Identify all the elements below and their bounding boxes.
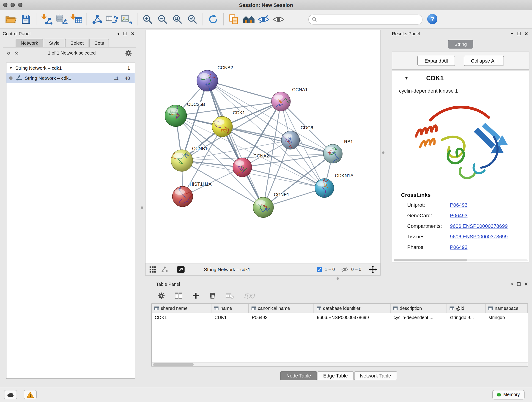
warnings-button[interactable] — [24, 390, 37, 399]
network-node-ccna1[interactable] — [272, 92, 292, 111]
panel-float-icon[interactable]: ▾ — [511, 32, 513, 36]
panel-maximize-icon[interactable] — [517, 282, 520, 286]
network-node-rb1[interactable] — [323, 144, 342, 164]
hide-selected-button[interactable] — [256, 12, 271, 27]
column-header--id[interactable]: @id — [447, 304, 486, 313]
zoom-fit-button[interactable] — [170, 12, 185, 27]
open-session-button[interactable] — [3, 12, 18, 27]
table-cell[interactable]: stringdb — [486, 313, 528, 322]
network-node-ccnb1[interactable] — [171, 150, 193, 172]
gear-icon[interactable] — [125, 49, 133, 57]
tab-style[interactable]: Style — [44, 39, 65, 47]
zoom-out-button[interactable] — [155, 12, 170, 27]
left-splitter-handle[interactable] — [141, 206, 143, 209]
first-neighbors-button[interactable] — [241, 12, 256, 27]
tab-select[interactable]: Select — [65, 39, 89, 47]
right-splitter-handle[interactable] — [382, 152, 385, 154]
save-icon — [21, 14, 31, 24]
network-node-ccne1[interactable] — [253, 197, 273, 217]
main-toolbar: ? — [0, 10, 532, 29]
collection-expand-icon[interactable]: ▼ — [6, 66, 15, 70]
network-overview-button[interactable] — [161, 266, 168, 273]
network-node-cdc6[interactable] — [281, 131, 300, 149]
export-network-button[interactable] — [177, 265, 185, 274]
birds-eye-view-button[interactable] — [149, 266, 157, 273]
bottom-splitter-handle[interactable] — [336, 277, 339, 280]
new-network-from-table-button[interactable] — [104, 12, 119, 27]
table-row[interactable]: CDK1CDK1P064939606.ENSP00000378699cyclin… — [152, 313, 528, 322]
table-cell[interactable]: 9606.ENSP00000378699 — [314, 313, 391, 322]
collapse-all-button[interactable]: Collapse All — [464, 56, 504, 65]
cloud-status-button[interactable] — [4, 390, 17, 399]
crosslink-link[interactable]: P06493 — [450, 242, 468, 252]
network-node-cdkn1a[interactable] — [315, 179, 334, 199]
column-header-name[interactable]: name — [211, 304, 249, 313]
import-table-button[interactable] — [69, 12, 84, 27]
crosslink-link[interactable]: P06493 — [450, 210, 468, 221]
search-input[interactable] — [317, 15, 422, 24]
table-cell[interactable]: stringdb:9... — [447, 313, 486, 322]
expand-all-button[interactable]: Expand All — [418, 56, 455, 65]
column-type-icon — [214, 306, 218, 310]
tab-network-table[interactable]: Network Table — [354, 371, 397, 380]
save-session-button[interactable] — [18, 12, 33, 27]
table-cell[interactable]: P06493 — [249, 313, 314, 322]
panel-float-icon[interactable]: ▾ — [117, 32, 119, 36]
toolbar-separator — [137, 13, 137, 26]
show-all-button[interactable] — [271, 12, 286, 27]
memory-button[interactable]: Memory — [492, 390, 525, 399]
move-crosshair-icon[interactable] — [369, 265, 377, 274]
column-header-canonical-name[interactable]: canonical name — [249, 304, 314, 313]
apply-layout-button[interactable] — [206, 12, 220, 27]
string-results-tab[interactable]: String — [448, 40, 473, 49]
delete-table-button[interactable] — [225, 292, 234, 300]
crosslink-link[interactable]: 9606.ENSP00000378699 — [450, 221, 508, 231]
column-header-shared-name[interactable]: shared name — [152, 304, 211, 313]
tab-sets[interactable]: Sets — [89, 39, 109, 47]
import-network-file-button[interactable] — [39, 12, 54, 27]
expand-all-icon[interactable] — [14, 51, 19, 56]
zoom-selected-button[interactable] — [185, 12, 200, 27]
table-cell[interactable]: CDK1 — [152, 313, 211, 322]
network-node-ccnb2[interactable] — [197, 70, 218, 95]
tab-edge-table[interactable]: Edge Table — [317, 371, 354, 380]
new-network-button[interactable] — [89, 12, 104, 27]
delete-column-button[interactable] — [209, 292, 216, 300]
card-collapse-icon[interactable]: ▼ — [404, 76, 409, 80]
table-settings-button[interactable] — [157, 292, 165, 300]
column-header-namespace[interactable]: namespace — [486, 304, 528, 313]
import-network-database-button[interactable] — [54, 12, 69, 27]
table-hscrollbar[interactable] — [152, 362, 528, 366]
network-collection-row[interactable]: ▼ String Network – cdk1 1 — [6, 63, 135, 73]
network-node-cdk1[interactable] — [212, 116, 233, 137]
panel-close-icon[interactable]: × — [525, 31, 528, 36]
column-header-database-identifier[interactable]: database identifier — [314, 304, 391, 313]
results-scrollbar[interactable] — [394, 259, 528, 261]
network-edge[interactable] — [207, 81, 263, 207]
function-builder-button[interactable]: f(x) — [244, 292, 254, 300]
copy-document-button[interactable] — [226, 12, 241, 27]
network-node-hist1h1a[interactable] — [172, 185, 193, 207]
column-header-description[interactable]: description — [391, 304, 447, 313]
crosslink-link[interactable]: P06493 — [450, 200, 468, 210]
table-cell[interactable]: cyclin-dependent ... — [391, 313, 447, 322]
tab-network[interactable]: Network — [16, 39, 43, 47]
show-columns-button[interactable] — [174, 292, 183, 300]
panel-close-icon[interactable]: × — [525, 281, 528, 287]
export-image-button[interactable] — [119, 12, 134, 27]
add-column-button[interactable] — [192, 292, 200, 300]
help-button[interactable]: ? — [427, 13, 438, 26]
network-row-selected[interactable]: String Network – cdk1 11 48 — [6, 73, 135, 83]
panel-maximize-icon[interactable] — [123, 32, 127, 35]
crosslink-link[interactable]: 9606.ENSP00000378699 — [450, 231, 508, 242]
panel-maximize-icon[interactable] — [517, 32, 520, 35]
zoom-in-button[interactable] — [140, 12, 155, 27]
selected-checkbox-icon[interactable] — [317, 267, 322, 272]
panel-close-icon[interactable]: × — [131, 31, 134, 36]
toolbar-separator — [203, 13, 203, 26]
table-cell[interactable]: CDK1 — [211, 313, 249, 322]
network-canvas[interactable]: CCNB2CCNA1CDC25BCDK1CDC6RB1CCNB1CCNA2CDK… — [146, 30, 380, 263]
collapse-all-icon[interactable] — [6, 51, 11, 56]
tab-node-table[interactable]: Node Table — [280, 371, 317, 380]
panel-float-icon[interactable]: ▾ — [511, 282, 513, 286]
